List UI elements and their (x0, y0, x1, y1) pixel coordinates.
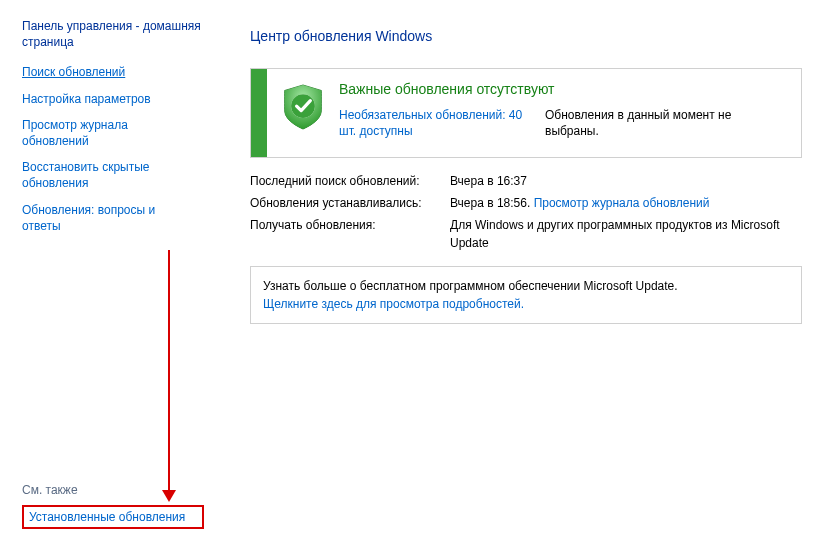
svg-point-1 (291, 94, 315, 118)
sidebar-link-faq[interactable]: Обновления: вопросы и ответы (22, 202, 192, 234)
last-install-label: Обновления устанавливались: (250, 194, 450, 212)
learn-more-link[interactable]: Щелкните здесь для просмотра подробносте… (263, 295, 789, 313)
selected-status-text: Обновления в данный момент не выбраны. (539, 107, 787, 139)
sidebar-link-history[interactable]: Просмотр журнала обновлений (22, 117, 192, 149)
control-panel-home[interactable]: Панель управления - домашняя страница (22, 18, 220, 50)
update-info-table: Последний поиск обновлений: Вчера в 16:3… (250, 172, 802, 252)
main-content: Центр обновления Windows Важные обновлен… (220, 0, 820, 541)
page-title: Центр обновления Windows (250, 28, 802, 44)
last-search-label: Последний поиск обновлений: (250, 172, 450, 190)
last-install-value: Вчера в 18:56. Просмотр журнала обновлен… (450, 194, 802, 212)
receive-value: Для Windows и других программных продукт… (450, 216, 802, 252)
shield-check-icon (281, 83, 325, 134)
sidebar-link-restore-hidden[interactable]: Восстановить скрытые обновления (22, 159, 192, 191)
receive-label: Получать обновления: (250, 216, 450, 252)
sidebar-link-settings[interactable]: Настройка параметров (22, 91, 192, 107)
sidebar-link-search-updates[interactable]: Поиск обновлений (22, 64, 192, 80)
learn-more-text: Узнать больше о бесплатном программном о… (263, 277, 789, 295)
sidebar: Панель управления - домашняя страница По… (0, 0, 220, 541)
view-history-link[interactable]: Просмотр журнала обновлений (534, 196, 710, 210)
optional-updates-link[interactable]: Необязательных обновлений: 40 шт. доступ… (339, 107, 539, 139)
annotation-arrow (160, 250, 178, 510)
status-panel: Важные обновления отсутствуют Необязател… (250, 68, 802, 158)
status-color-bar (251, 69, 267, 157)
learn-more-panel: Узнать больше о бесплатном программном о… (250, 266, 802, 324)
see-also-label: См. также (22, 483, 220, 497)
status-heading: Важные обновления отсутствуют (339, 81, 787, 97)
last-search-value: Вчера в 16:37 (450, 172, 802, 190)
